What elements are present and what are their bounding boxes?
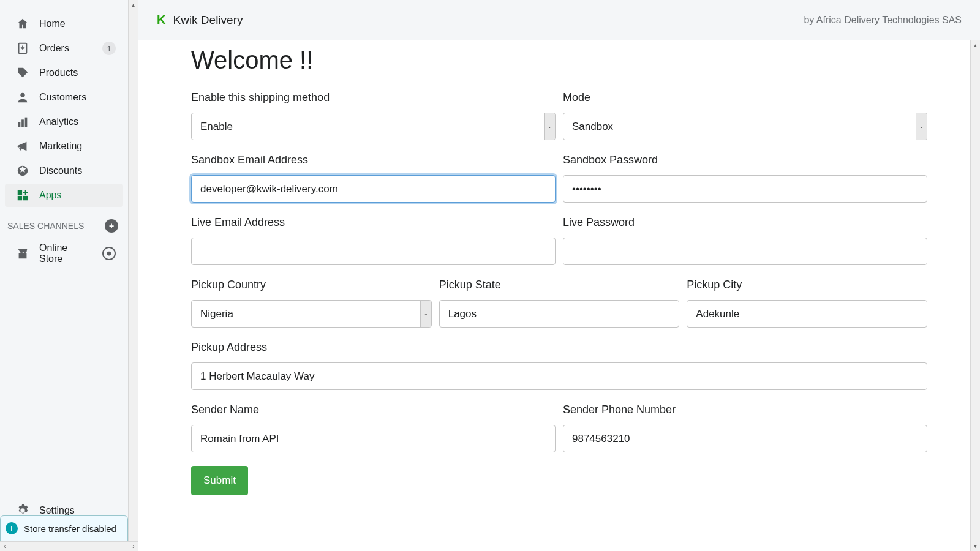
pickup-country-select[interactable]: Nigeria ⌄ [191, 300, 432, 328]
nav-discounts[interactable]: Discounts [5, 159, 123, 182]
scroll-down-icon[interactable]: ▼ [971, 541, 980, 551]
sender-name-input[interactable] [191, 425, 556, 452]
pickup-country-value: Nigeria [200, 308, 233, 320]
discounts-icon [16, 164, 29, 178]
svg-rect-6 [18, 190, 22, 195]
view-store-icon[interactable] [102, 247, 116, 260]
store-icon [16, 247, 29, 260]
customers-icon [16, 91, 29, 104]
mode-value: Sandbox [572, 121, 613, 133]
svg-point-9 [108, 252, 111, 255]
svg-point-1 [20, 93, 24, 97]
scroll-right-icon[interactable]: › [129, 542, 138, 551]
pickup-address-input[interactable] [191, 362, 927, 390]
enable-value: Enable [200, 121, 233, 133]
sandbox-email-label: Sandbox Email Address [191, 154, 556, 167]
sales-channels-header: SALES CHANNELS + [0, 208, 128, 236]
pickup-state-label: Pickup State [439, 279, 680, 291]
pickup-city-input[interactable] [687, 300, 927, 328]
nav-analytics[interactable]: Analytics [5, 110, 123, 133]
h-scrollbar[interactable]: ‹ › [0, 541, 138, 551]
scroll-up-icon[interactable]: ▲ [129, 0, 138, 10]
nav-label: Apps [39, 190, 61, 201]
live-email-input[interactable] [191, 238, 556, 265]
main: K Kwik Delivery by Africa Delivery Techn… [138, 0, 980, 551]
mode-label: Mode [563, 91, 927, 104]
topbar: K Kwik Delivery by Africa Delivery Techn… [138, 0, 980, 40]
sidebar: Home Orders 1 Products Customers [0, 0, 138, 551]
channel-online-store[interactable]: Online Store [5, 238, 123, 269]
products-icon [16, 66, 29, 80]
nav-products[interactable]: Products [5, 61, 123, 84]
svg-rect-2 [18, 122, 21, 127]
enable-label: Enable this shipping method [191, 91, 556, 104]
live-email-label: Live Email Address [191, 216, 556, 229]
scroll-up-icon[interactable]: ▲ [971, 40, 980, 50]
analytics-icon [16, 115, 29, 129]
nav-label: Marketing [39, 141, 82, 152]
nav-label: Orders [39, 43, 69, 54]
sender-phone-label: Sender Phone Number [563, 403, 927, 416]
enable-select[interactable]: Enable ⌄ [191, 113, 556, 140]
sandbox-email-input[interactable] [191, 175, 556, 203]
sandbox-password-input[interactable] [563, 175, 927, 203]
byline: by Africa Delivery Technologies SAS [804, 15, 962, 26]
sidebar-scrollbar[interactable]: ▲ ▼ [128, 0, 138, 551]
marketing-icon [16, 140, 29, 153]
nav-label: Analytics [39, 116, 78, 127]
svg-rect-8 [18, 196, 22, 200]
svg-rect-3 [21, 119, 24, 127]
svg-rect-7 [23, 196, 28, 200]
live-password-input[interactable] [563, 238, 927, 265]
content: Welcome !! Enable this shipping method E… [138, 40, 980, 551]
scroll-left-icon[interactable]: ‹ [0, 542, 10, 551]
section-label: SALES CHANNELS [7, 221, 84, 231]
add-channel-icon[interactable]: + [105, 219, 118, 233]
home-icon [16, 17, 29, 31]
nav-label: Customers [39, 92, 86, 103]
apps-icon [16, 189, 29, 202]
nav-label: Home [39, 18, 66, 29]
sandbox-password-label: Sandbox Password [563, 154, 927, 167]
settings-label: Settings [39, 505, 75, 516]
pickup-city-label: Pickup City [687, 279, 927, 291]
info-icon: i [6, 522, 18, 534]
nav-label: Products [39, 67, 78, 78]
nav-customers[interactable]: Customers [5, 86, 123, 109]
kwik-logo-icon: K [157, 13, 165, 27]
mode-select[interactable]: Sandbox ⌄ [563, 113, 927, 140]
orders-icon [16, 42, 29, 55]
page-title: Welcome !! [191, 47, 927, 74]
nav-orders[interactable]: Orders 1 [5, 37, 123, 60]
sender-name-label: Sender Name [191, 403, 556, 416]
pickup-country-label: Pickup Country [191, 279, 432, 291]
pickup-address-label: Pickup Address [191, 341, 927, 354]
app-logo: K Kwik Delivery [157, 13, 243, 27]
chevron-down-icon: ⌄ [916, 113, 927, 140]
notice-text: Store transfer disabled [24, 523, 116, 534]
nav-marketing[interactable]: Marketing [5, 135, 123, 158]
channel-label: Online Store [39, 242, 92, 264]
orders-badge: 1 [102, 42, 116, 55]
pickup-state-input[interactable] [439, 300, 680, 328]
chevron-down-icon: ⌄ [544, 113, 555, 140]
live-password-label: Live Password [563, 216, 927, 229]
submit-button[interactable]: Submit [191, 466, 248, 495]
svg-rect-4 [25, 118, 28, 127]
notice-bar[interactable]: i Store transfer disabled [0, 515, 128, 541]
nav-label: Discounts [39, 165, 82, 176]
app-name: Kwik Delivery [173, 13, 243, 27]
chevron-down-icon: ⌄ [420, 301, 431, 327]
sender-phone-input[interactable] [563, 425, 927, 452]
nav-home[interactable]: Home [5, 12, 123, 36]
nav-apps[interactable]: Apps [5, 184, 123, 207]
content-scrollbar[interactable]: ▲ ▼ [970, 40, 980, 551]
